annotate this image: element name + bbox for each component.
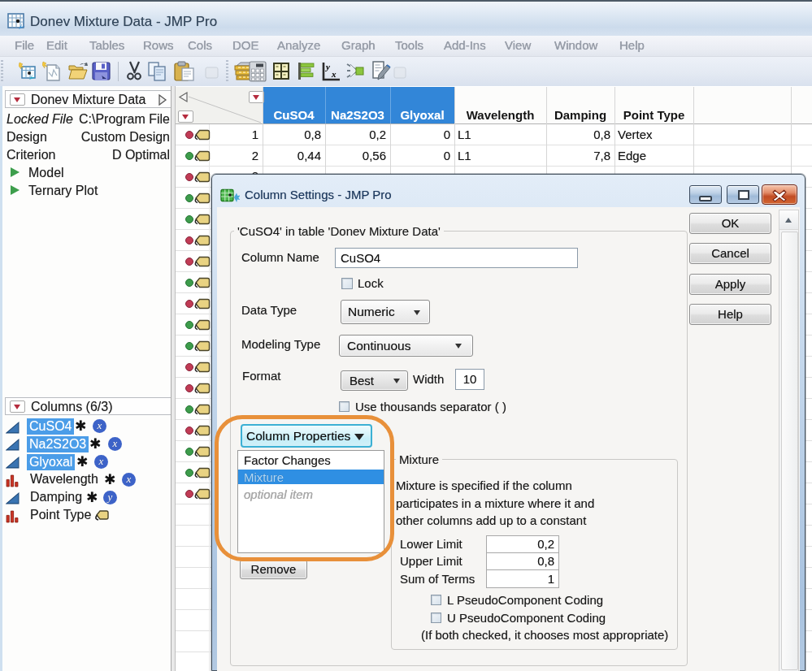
svg-text:y: y <box>324 62 330 71</box>
svg-text:x: x <box>331 69 337 79</box>
